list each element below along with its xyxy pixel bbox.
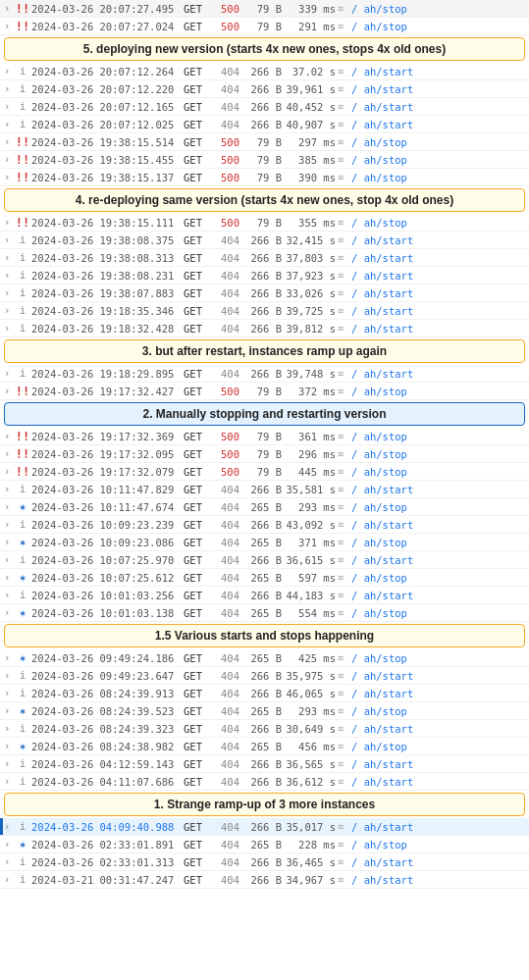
log-row[interactable]: ›i2024-03-26 19:18:29.895GET404266 B39,7… — [0, 365, 529, 383]
expand-icon[interactable]: › — [0, 447, 14, 460]
row-menu-icon[interactable]: ≡ — [338, 217, 351, 228]
request-path[interactable]: /_ah/start — [351, 776, 529, 788]
log-row[interactable]: ›i2024-03-26 19:38:07.883GET404266 B33,0… — [0, 284, 529, 302]
expand-icon[interactable]: › — [0, 385, 14, 397]
request-path[interactable]: /_ah/start — [351, 305, 529, 317]
request-path[interactable]: /_ah/stop — [351, 705, 529, 717]
log-row[interactable]: ›!!2024-03-26 19:38:15.455GET50079 B385 … — [0, 151, 529, 169]
log-row[interactable]: ›i2024-03-26 04:09:40.988GET404266 B35,0… — [0, 818, 529, 836]
log-row[interactable]: ›i2024-03-26 19:38:08.231GET404266 B37,9… — [0, 267, 529, 284]
log-row[interactable]: ›i2024-03-26 10:01:03.256GET404266 B44,1… — [0, 587, 529, 604]
request-path[interactable]: /_ah/start — [351, 590, 529, 601]
row-menu-icon[interactable]: ≡ — [338, 83, 351, 94]
log-row[interactable]: ›!!2024-03-26 19:17:32.079GET50079 B445 … — [0, 463, 529, 481]
log-row[interactable]: ›i2024-03-26 10:07:25.970GET404266 B36,6… — [0, 551, 529, 569]
expand-icon[interactable]: › — [0, 269, 14, 282]
expand-icon[interactable]: › — [0, 82, 14, 95]
row-menu-icon[interactable]: ≡ — [338, 234, 351, 245]
request-path[interactable]: /_ah/stop — [351, 3, 529, 15]
row-menu-icon[interactable]: ≡ — [338, 688, 351, 698]
request-path[interactable]: /_ah/start — [351, 554, 529, 566]
log-row[interactable]: ›i2024-03-26 19:38:08.313GET404266 B37,8… — [0, 249, 529, 267]
log-row[interactable]: ›✶2024-03-26 10:01:03.138GET404265 B554 … — [0, 604, 529, 622]
request-path[interactable]: /_ah/start — [351, 484, 529, 495]
log-row[interactable]: ›✶2024-03-26 08:24:38.982GET404265 B456 … — [0, 738, 529, 755]
expand-icon[interactable]: › — [0, 873, 14, 886]
request-path[interactable]: /_ah/start — [351, 670, 529, 682]
expand-icon[interactable]: › — [0, 465, 14, 478]
log-row[interactable]: ›✶2024-03-26 10:09:23.086GET404265 B371 … — [0, 534, 529, 551]
row-menu-icon[interactable]: ≡ — [338, 590, 351, 600]
row-menu-icon[interactable]: ≡ — [338, 252, 351, 263]
log-row[interactable]: ›i2024-03-26 10:11:47.829GET404266 B35,5… — [0, 481, 529, 498]
expand-icon[interactable]: › — [0, 251, 14, 264]
request-path[interactable]: /_ah/stop — [351, 607, 529, 619]
request-path[interactable]: /_ah/start — [351, 368, 529, 380]
request-path[interactable]: /_ah/start — [351, 688, 529, 699]
log-row[interactable]: ›✶2024-03-26 08:24:39.523GET404265 B293 … — [0, 702, 529, 720]
row-menu-icon[interactable]: ≡ — [338, 501, 351, 512]
log-row[interactable]: ›i2024-03-26 04:11:07.686GET404266 B36,6… — [0, 773, 529, 791]
expand-icon[interactable]: › — [0, 722, 14, 735]
expand-icon[interactable]: › — [0, 704, 14, 717]
row-menu-icon[interactable]: ≡ — [338, 323, 351, 334]
row-menu-icon[interactable]: ≡ — [338, 386, 351, 396]
row-menu-icon[interactable]: ≡ — [338, 519, 351, 530]
request-path[interactable]: /_ah/stop — [351, 448, 529, 460]
log-row[interactable]: ›!!2024-03-26 19:38:15.111GET50079 B355 … — [0, 214, 529, 232]
row-menu-icon[interactable]: ≡ — [338, 652, 351, 663]
row-menu-icon[interactable]: ≡ — [338, 670, 351, 681]
log-row[interactable]: ›!!2024-03-26 19:17:32.427GET50079 B372 … — [0, 383, 529, 400]
row-menu-icon[interactable]: ≡ — [338, 554, 351, 565]
row-menu-icon[interactable]: ≡ — [338, 572, 351, 583]
expand-icon[interactable]: › — [0, 233, 14, 246]
request-path[interactable]: /_ah/start — [351, 874, 529, 886]
request-path[interactable]: /_ah/start — [351, 252, 529, 264]
request-path[interactable]: /_ah/stop — [351, 217, 529, 229]
row-menu-icon[interactable]: ≡ — [338, 66, 351, 77]
expand-icon[interactable]: › — [0, 2, 14, 15]
row-menu-icon[interactable]: ≡ — [338, 3, 351, 14]
row-menu-icon[interactable]: ≡ — [338, 705, 351, 716]
request-path[interactable]: /_ah/stop — [351, 572, 529, 584]
row-menu-icon[interactable]: ≡ — [338, 136, 351, 147]
row-menu-icon[interactable]: ≡ — [338, 758, 351, 769]
expand-icon[interactable]: › — [0, 500, 14, 513]
log-row[interactable]: ›i2024-03-26 19:38:08.375GET404266 B32,4… — [0, 232, 529, 249]
log-row[interactable]: ›i2024-03-26 09:49:23.647GET404266 B35,9… — [0, 667, 529, 685]
log-row[interactable]: ›i2024-03-26 04:12:59.143GET404266 B36,5… — [0, 755, 529, 773]
row-menu-icon[interactable]: ≡ — [338, 607, 351, 618]
expand-icon[interactable]: › — [0, 651, 14, 664]
request-path[interactable]: /_ah/stop — [351, 466, 529, 478]
request-path[interactable]: /_ah/start — [351, 323, 529, 335]
row-menu-icon[interactable]: ≡ — [338, 741, 351, 751]
expand-icon[interactable]: › — [0, 20, 14, 32]
expand-icon[interactable]: › — [0, 757, 14, 770]
row-menu-icon[interactable]: ≡ — [338, 856, 351, 867]
log-row[interactable]: ›i2024-03-26 20:07:12.220GET404266 B39,9… — [0, 80, 529, 98]
expand-icon[interactable]: › — [0, 669, 14, 682]
log-row[interactable]: ›!!2024-03-26 20:07:27.495GET50079 B339 … — [0, 0, 529, 18]
expand-icon[interactable]: › — [0, 838, 14, 851]
expand-icon[interactable]: › — [0, 216, 14, 229]
expand-icon[interactable]: › — [0, 606, 14, 619]
log-row[interactable]: ›✶2024-03-26 02:33:01.891GET404265 B228 … — [0, 836, 529, 853]
row-menu-icon[interactable]: ≡ — [338, 484, 351, 494]
expand-icon[interactable]: › — [0, 553, 14, 566]
expand-icon[interactable]: › — [0, 775, 14, 788]
request-path[interactable]: /_ah/stop — [351, 501, 529, 513]
row-menu-icon[interactable]: ≡ — [338, 270, 351, 281]
row-menu-icon[interactable]: ≡ — [338, 821, 351, 832]
row-menu-icon[interactable]: ≡ — [338, 154, 351, 165]
log-row[interactable]: ›i2024-03-26 10:09:23.239GET404266 B43,0… — [0, 516, 529, 534]
log-row[interactable]: ›!!2024-03-26 20:07:27.024GET50079 B291 … — [0, 18, 529, 35]
request-path[interactable]: /_ah/start — [351, 287, 529, 299]
row-menu-icon[interactable]: ≡ — [338, 466, 351, 477]
expand-icon[interactable]: › — [0, 589, 14, 601]
expand-icon[interactable]: › — [0, 430, 14, 442]
log-row[interactable]: ›i2024-03-26 20:07:12.165GET404266 B40,4… — [0, 98, 529, 116]
expand-icon[interactable]: › — [0, 153, 14, 166]
log-row[interactable]: ›i2024-03-26 20:07:12.264GET404266 B37.0… — [0, 63, 529, 80]
log-row[interactable]: ›i2024-03-26 02:33:01.313GET404266 B36,4… — [0, 853, 529, 871]
expand-icon[interactable]: › — [0, 855, 14, 868]
